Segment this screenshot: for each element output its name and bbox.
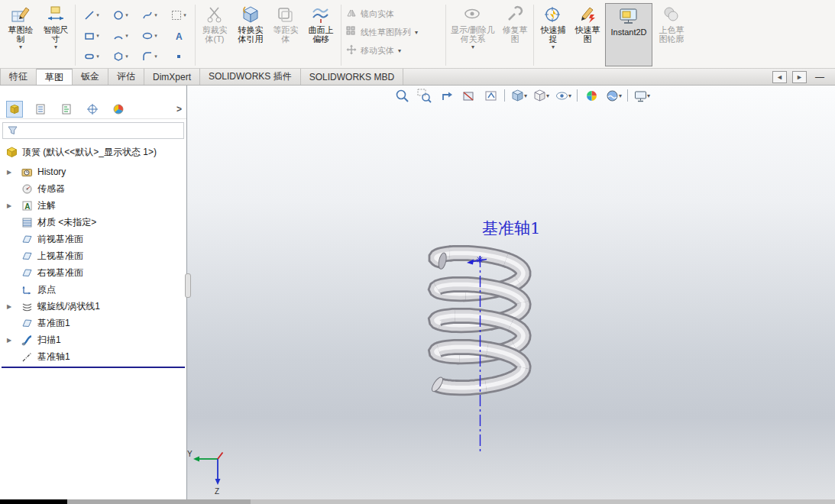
rapid-sketch-label: 快速草图	[572, 25, 603, 44]
arc-tool-icon[interactable]: ▾	[106, 25, 135, 46]
instant2d-button[interactable]: Instant2D	[605, 3, 652, 66]
sketch-tools-grid: ▾ ▾ ▾ ▾ ▾ ▾ ▾ A ▾ ▾ ▾	[77, 2, 193, 68]
tab-solidworks-addins[interactable]: SOLIDWORKS 插件	[200, 69, 301, 85]
view-settings-icon[interactable]: ▾	[633, 88, 650, 103]
tree-item-annotations[interactable]: ▶ A 注解	[0, 197, 186, 214]
quick-snaps-button[interactable]: 快速捕捉 ▾	[536, 2, 571, 68]
linear-sketch-pattern-icon	[346, 26, 357, 38]
panel-expand-arrow[interactable]: >	[176, 104, 182, 115]
origin-icon	[21, 284, 33, 296]
rollback-bar[interactable]	[2, 367, 185, 368]
expand-arrow-icon[interactable]: ▶	[7, 337, 11, 344]
shaded-sketch-contours-button: 上色草图轮廓	[653, 2, 690, 68]
rapid-sketch-button[interactable]: 快速草图	[571, 2, 604, 68]
zoom-to-fit-icon[interactable]	[393, 88, 410, 103]
panel-resize-grip[interactable]	[185, 273, 191, 298]
mirror-entities-button: 镜向实体	[343, 8, 444, 20]
panel-tab-bar: >	[0, 99, 186, 119]
chevron-down-icon: ▾	[19, 44, 22, 50]
tree-item-helix[interactable]: ▶ 螺旋线/涡状线1	[0, 298, 186, 315]
tab-sheet-metal[interactable]: 钣金	[73, 69, 108, 85]
ribbon-separator	[195, 5, 196, 66]
tree-item-sensors[interactable]: 传感器	[0, 180, 186, 197]
tree-root-item[interactable]: 顶簧 (默认<<默认>_显示状态 1>)	[0, 144, 186, 160]
view-orientation-icon[interactable]: ▾	[510, 88, 527, 103]
convert-entities-label: 转换实体引用	[235, 25, 266, 44]
graphics-viewport[interactable]: ▾ ▾ ▾ ▾ ▾ 基准轴1 Y Z	[187, 86, 835, 499]
displaymanager-tab[interactable]	[110, 101, 127, 118]
hide-show-items-icon[interactable]: ▾	[555, 88, 571, 103]
offset-entities-button: 等距实体	[269, 2, 303, 68]
section-view-icon[interactable]	[460, 88, 477, 103]
pattern-tools-column: 镜向实体 线性草图阵列 ▾ 移动实体 ▾	[343, 2, 444, 68]
chevron-down-icon: ▾	[552, 44, 555, 50]
fillet-tool-icon[interactable]: ▾	[135, 46, 164, 66]
ribbon-separator	[341, 5, 341, 66]
linear-sketch-pattern-label: 线性草图阵列	[361, 27, 411, 38]
apply-scene-icon[interactable]: ▾	[605, 88, 622, 103]
rectangle-tool-icon[interactable]: ▾	[77, 25, 106, 46]
surface-offset-button[interactable]: 曲面上偏移	[303, 2, 339, 68]
convert-entities-button[interactable]: 转换实体引用	[232, 2, 269, 68]
tab-evaluate[interactable]: 评估	[108, 69, 144, 85]
toolbar-separator	[504, 89, 505, 102]
model-view[interactable]: 基准轴1 Y Z	[187, 86, 835, 499]
move-entities-label: 移动实体	[361, 45, 394, 57]
tab-features[interactable]: 特征	[0, 69, 37, 85]
tree-item-front-plane[interactable]: 前视基准面	[0, 231, 186, 247]
slot-tool-icon[interactable]: ▾	[77, 46, 106, 66]
pane-right-button[interactable]: ►	[792, 71, 807, 83]
tree-item-right-plane[interactable]: 右视基准面	[0, 264, 186, 281]
tree-filter-field[interactable]	[2, 122, 184, 139]
mirror-entities-label: 镜向实体	[361, 8, 394, 20]
sketch-button[interactable]: 草图绘制 ▾	[3, 2, 38, 68]
previous-view-icon[interactable]	[438, 88, 455, 103]
tree-item-history[interactable]: ▶ History	[0, 163, 186, 180]
expand-arrow-icon[interactable]: ▶	[7, 202, 11, 209]
chevron-down-icon: ▾	[398, 47, 401, 54]
zoom-to-area-icon[interactable]	[416, 88, 432, 103]
ellipse-tool-icon[interactable]: ▾	[135, 25, 164, 46]
edit-appearance-icon[interactable]	[583, 88, 600, 103]
line-tool-icon[interactable]: ▾	[77, 5, 106, 25]
minimize-ribbon-button[interactable]: —	[812, 72, 827, 82]
text-tool-icon[interactable]: A	[164, 25, 193, 46]
tab-solidworks-mbd[interactable]: SOLIDWORKS MBD	[301, 69, 403, 85]
smart-dimension-button[interactable]: 智能尺寸 ▾	[38, 2, 73, 68]
tree-item-sweep1[interactable]: ▶ 扫描1	[0, 331, 186, 348]
surface-offset-icon	[311, 4, 331, 25]
dimxpertmanager-tab[interactable]	[84, 101, 101, 118]
plane-icon	[21, 250, 33, 262]
circle-tool-icon[interactable]: ▾	[106, 5, 135, 25]
tree-item-axis1[interactable]: 基准轴1	[0, 348, 186, 365]
trim-entities-icon	[205, 4, 225, 25]
chevron-down-icon: ▾	[54, 44, 57, 50]
pane-left-button[interactable]: ◄	[772, 71, 787, 83]
spline-tool-icon[interactable]: ▾	[135, 5, 164, 25]
instant2d-label: Instant2D	[609, 27, 649, 37]
polygon-tool-icon[interactable]: ▾	[106, 46, 135, 66]
trim-entities-label: 剪裁实体(T)	[199, 25, 230, 44]
propertymanager-tab[interactable]	[32, 101, 49, 118]
spring-model[interactable]	[430, 252, 523, 393]
pattern-tool-icon[interactable]: ▾	[164, 5, 193, 25]
convert-entities-icon	[241, 4, 261, 25]
part-icon	[6, 147, 18, 158]
3d-drawing-view-icon[interactable]	[482, 88, 499, 103]
configurationmanager-tab[interactable]	[58, 101, 75, 118]
tree-item-plane1[interactable]: 基准面1	[0, 315, 186, 331]
tree-item-material[interactable]: 材质 <未指定>	[0, 214, 186, 231]
tree-item-top-plane[interactable]: 上视基准面	[0, 247, 186, 264]
z-axis-label: Z	[215, 487, 219, 496]
featuremanager-tab[interactable]	[6, 101, 23, 118]
surface-offset-label: 曲面上偏移	[306, 25, 336, 44]
expand-arrow-icon[interactable]: ▶	[7, 169, 11, 176]
tree-item-origin[interactable]: 原点	[0, 281, 186, 298]
tree-root-label: 顶簧 (默认<<默认>_显示状态 1>)	[22, 146, 157, 159]
expand-arrow-icon[interactable]: ▶	[7, 303, 11, 310]
point-tool-icon[interactable]	[164, 46, 193, 66]
x-axis-stub	[218, 453, 223, 460]
tab-dimxpert[interactable]: DimXpert	[144, 69, 200, 85]
display-style-icon[interactable]: ▾	[532, 88, 549, 103]
tab-sketch[interactable]: 草图	[37, 69, 73, 85]
